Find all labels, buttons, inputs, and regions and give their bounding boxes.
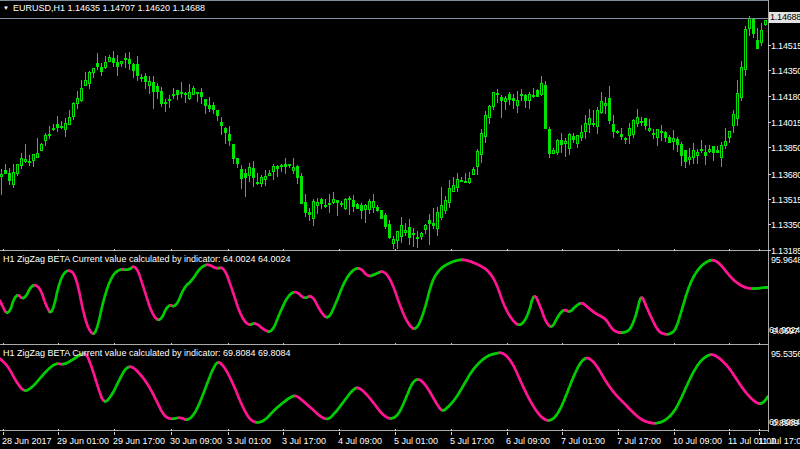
price-scale-tick: [768, 147, 771, 148]
pane-separator-tick: [451, 343, 452, 345]
time-axis-label: 30 Jun 09:00: [170, 436, 222, 446]
pane-separator-tick: [562, 343, 563, 345]
time-axis-tick: [339, 432, 340, 435]
pane-separator-tick: [228, 249, 229, 251]
pane-separator-tick: [618, 343, 619, 345]
price-scale-label: 1.13680: [771, 170, 800, 180]
current-price-line: [0, 18, 768, 19]
pane-separator-tick: [283, 343, 284, 345]
time-axis-label: 3 Jul 01:00: [227, 436, 271, 446]
indicator-pane-1[interactable]: H1 ZigZag BETA Current value calculated …: [0, 252, 768, 345]
pane-separator-tick: [451, 249, 452, 251]
time-axis-tick: [283, 432, 284, 435]
time-axis-label: 29 Jun 17:00: [113, 436, 165, 446]
pane-separator-tick: [674, 343, 675, 345]
symbol-dropdown-icon[interactable]: ▼: [3, 3, 9, 14]
time-axis-label: 10 Jul 09:00: [673, 436, 722, 446]
time-axis-tick: [395, 432, 396, 435]
main-chart-pane[interactable]: ▼EURUSD,H1 1.14635 1.14707 1.14620 1.146…: [0, 0, 768, 251]
price-scale-label: 1.14015: [771, 118, 800, 128]
indicator2-caption: H1 ZigZag BETA Current value calculated …: [3, 348, 291, 359]
pane-separator-tick: [339, 249, 340, 251]
time-axis-label: 6 Jul 09:00: [506, 436, 550, 446]
indicator1-scale-max: 95.9648: [771, 255, 800, 265]
pane-separator-tick: [674, 249, 675, 251]
price-scale-label: 1.13350: [771, 220, 800, 230]
price-scale-tick: [768, 250, 771, 251]
price-scale-label: 1.13515: [771, 195, 800, 205]
pane-separator-tick: [3, 429, 4, 431]
pane-separator-tick: [618, 249, 619, 251]
price-scale-tick: [768, 224, 771, 225]
time-axis-label: 7 Jul 01:00: [561, 436, 605, 446]
time-axis-label: 3 Jul 17:00: [282, 436, 326, 446]
pane-separator-tick: [283, 249, 284, 251]
mt4-chart-window: ▼EURUSD,H1 1.14635 1.14707 1.14620 1.146…: [0, 0, 800, 449]
price-scale-tick: [768, 122, 771, 123]
pane-separator-tick: [729, 343, 730, 345]
indicator1-value-overlap: 64.0024: [769, 325, 800, 335]
pane-separator-tick: [171, 429, 172, 431]
pane-separator-tick: [562, 249, 563, 251]
pane-separator-tick: [339, 429, 340, 431]
pane-separator-tick: [729, 249, 730, 251]
pane-separator-tick: [507, 429, 508, 431]
price-scale-tick: [768, 70, 771, 71]
pane-separator-tick: [759, 429, 760, 431]
time-axis-tick: [3, 432, 4, 435]
pane-separator-tick: [674, 429, 675, 431]
pane-separator-tick: [759, 249, 760, 251]
time-axis-tick: [562, 432, 563, 435]
price-scale-border: [768, 0, 769, 432]
indicator2-value-overlap: 69.8084: [769, 417, 800, 427]
time-axis-label: 29 Jun 01:00: [57, 436, 109, 446]
pane-separator-tick: [114, 249, 115, 251]
pane-separator-tick: [759, 343, 760, 345]
time-axis-tick: [114, 432, 115, 435]
pane-separator-tick: [339, 343, 340, 345]
pane-separator-tick: [114, 343, 115, 345]
price-scale-label: 1.14180: [771, 92, 800, 102]
indicator2-scale-max: 95.5356: [771, 349, 800, 359]
pane-separator-tick: [507, 249, 508, 251]
time-axis-tick: [674, 432, 675, 435]
indicator1-caption: H1 ZigZag BETA Current value calculated …: [3, 254, 291, 265]
price-scale-tick: [768, 96, 771, 97]
time-axis-label: 5 Jul 17:00: [450, 436, 494, 446]
pane-separator-tick: [171, 343, 172, 345]
ohlc-info-bar: ▼EURUSD,H1 1.14635 1.14707 1.14620 1.146…: [3, 3, 205, 14]
pane-separator-tick: [395, 343, 396, 345]
pane-separator-tick: [729, 429, 730, 431]
candlestick-chart[interactable]: [0, 1, 768, 250]
time-axis-tick: [451, 432, 452, 435]
time-axis-tick: [228, 432, 229, 435]
pane-separator-tick: [3, 343, 4, 345]
pane-separator-tick: [58, 249, 59, 251]
pane-separator-tick: [228, 343, 229, 345]
pane-separator-tick: [58, 343, 59, 345]
ohlc-text: EURUSD,H1 1.14635 1.14707 1.14620 1.1468…: [13, 3, 205, 13]
indicator-pane-2[interactable]: H1 ZigZag BETA Current value calculated …: [0, 346, 768, 431]
pane-separator-tick: [451, 429, 452, 431]
pane-separator-tick: [618, 429, 619, 431]
pane-separator-tick: [58, 429, 59, 431]
time-axis-tick: [759, 432, 760, 435]
price-scale-tick: [768, 174, 771, 175]
price-scale-label: 1.14515: [771, 41, 800, 51]
pane-separator-tick: [283, 429, 284, 431]
time-axis-tick: [618, 432, 619, 435]
time-axis-label: 11 Jul 17:00: [758, 436, 800, 446]
time-axis-tick: [171, 432, 172, 435]
price-scale-tick: [768, 199, 771, 200]
price-scale-label: 1.13850: [771, 143, 800, 153]
current-price-label: 1.14688: [769, 12, 800, 23]
pane-separator-tick: [114, 429, 115, 431]
time-axis[interactable]: 28 Jun 201729 Jun 01:0029 Jun 17:0030 Ju…: [0, 432, 800, 449]
pane-separator-tick: [395, 429, 396, 431]
time-axis-label: 5 Jul 01:00: [394, 436, 438, 446]
price-scale-label: 1.14350: [771, 66, 800, 76]
time-axis-tick: [729, 432, 730, 435]
pane-separator-tick: [228, 429, 229, 431]
indicator1-curve[interactable]: [0, 252, 768, 344]
time-axis-tick: [507, 432, 508, 435]
